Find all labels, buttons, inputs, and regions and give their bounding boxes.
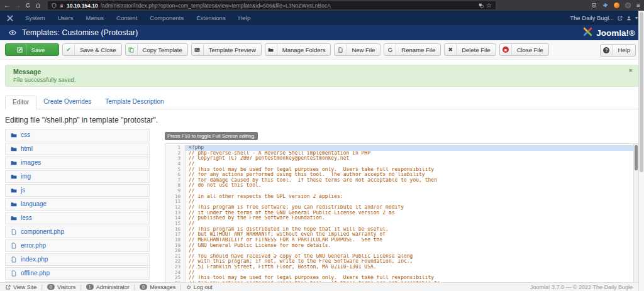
delete-file-button[interactable]: ✖Delete File — [444, 43, 496, 56]
code-line-10[interactable]: 10// In all other respects the GPL versi… — [165, 194, 638, 200]
code-line-14[interactable]: 14// published by the Free Software Foun… — [165, 216, 638, 221]
extensions-icon[interactable] — [602, 3, 608, 8]
code-line-20[interactable]: 20// — [165, 248, 638, 254]
tree-folder-images[interactable]: images — [5, 156, 150, 169]
save-close-button[interactable]: ✔Save & Close — [62, 43, 122, 56]
delete-icon: ✖ — [445, 44, 457, 55]
tree-file-component-php[interactable]: component.php — [5, 226, 150, 238]
code-text: // — [186, 199, 638, 205]
tree-folder-js[interactable]: js — [5, 184, 150, 197]
code-line-12[interactable]: 12// This program is free software; you … — [165, 205, 638, 211]
code-text: // — [186, 221, 638, 227]
back-icon[interactable]: ← — [4, 3, 10, 9]
code-line-7[interactable]: 7// for damage caused by this tool. If t… — [165, 178, 638, 184]
tree-folder-less[interactable]: less — [5, 212, 150, 224]
line-number: 4 — [165, 162, 186, 167]
page-scrollbar[interactable] — [638, 11, 644, 291]
insecure-lock-icon[interactable] — [59, 3, 64, 8]
code-line-18[interactable]: 18// MERCHANTABILITY or FITNESS FOR A PA… — [165, 238, 638, 243]
profile-icon[interactable] — [625, 3, 631, 8]
editor-scrollbar-thumb[interactable] — [635, 145, 638, 170]
code-line-23[interactable]: 23// 51 Franklin Street, Fifth Floor, Bo… — [165, 265, 638, 270]
tree-item-label: offline.php — [21, 270, 50, 277]
tab-create-overrides[interactable]: Create Overrides — [36, 96, 98, 109]
url-bar[interactable]: 10.10.154.10/administrator/index.php?opt… — [48, 1, 496, 9]
tree-folder-language[interactable]: language — [5, 198, 150, 211]
tree-item-label: img — [21, 173, 31, 180]
statusbar-log-out[interactable]: Log out — [186, 284, 213, 290]
menubar-item-menus[interactable]: Menus — [80, 14, 111, 21]
code-text: // it under the terms of the GNU General… — [186, 211, 638, 216]
statusbar-administrator[interactable]: 1Administrator — [86, 284, 130, 290]
statusbar-view-site[interactable]: View Site — [6, 284, 36, 290]
code-line-22[interactable]: 22// with this program; if not, write to… — [165, 259, 638, 265]
code-text: // Copyright (C) 2007 pentestmonkey@pent… — [186, 156, 638, 162]
site-name-link[interactable]: The Daily Bugl... — [570, 14, 614, 21]
pocket-icon[interactable] — [591, 3, 597, 8]
save-label: Save — [26, 47, 50, 53]
tree-item-label: css — [21, 131, 30, 139]
copy-template-button[interactable]: Copy Template — [125, 43, 188, 56]
code-line-21[interactable]: 21// You should have received a copy of … — [165, 254, 638, 260]
forward-icon[interactable]: → — [14, 3, 21, 9]
menubar-item-components[interactable]: Components — [143, 14, 190, 21]
editor-scrollbar[interactable] — [633, 144, 638, 291]
message-body: File successfully saved. — [13, 76, 631, 83]
help-button[interactable]: ?Help — [600, 44, 636, 57]
code-line-5[interactable]: 5// This tool may be used for legal purp… — [165, 167, 638, 173]
close-file-button[interactable]: ✖Close File — [499, 43, 549, 56]
tree-file-offline-php[interactable]: offline.php — [5, 267, 150, 280]
menubar-item-extensions[interactable]: Extensions — [190, 14, 231, 21]
code-line-3[interactable]: 3// Copyright (C) 2007 pentestmonkey@pen… — [165, 156, 638, 162]
tab-template-description[interactable]: Template Description — [98, 96, 170, 109]
menubar-item-content[interactable]: Content — [110, 14, 143, 21]
code-line-16[interactable]: 16// This program is distributed in the … — [165, 227, 638, 233]
tree-folder-css[interactable]: css — [5, 129, 150, 141]
code-line-6[interactable]: 6// for any actions performed using this… — [165, 172, 638, 178]
manage-folders-button[interactable]: Manage Folders — [265, 43, 331, 56]
code-line-15[interactable]: 15// — [165, 221, 638, 227]
rename-file-button[interactable]: Rename File — [384, 43, 441, 56]
statusbar-messages[interactable]: 0Messages — [140, 284, 175, 290]
save-button[interactable]: Save — [5, 43, 59, 56]
code-line-4[interactable]: 4// — [165, 162, 638, 167]
chevron-down-icon[interactable]: ▾ — [635, 15, 638, 21]
code-line-2[interactable]: 2// php-reverse-shell - A Reverse Shell … — [165, 151, 638, 156]
tab-editor[interactable]: Editor — [5, 96, 36, 109]
line-number: 3 — [165, 156, 186, 162]
translate-icon[interactable] — [479, 3, 484, 8]
statusbar-visitors[interactable]: 0Visitors — [47, 284, 76, 290]
code-line-25[interactable]: 25// This tool may be used for legal pur… — [165, 275, 638, 281]
page-scrollbar-thumb[interactable] — [640, 12, 643, 172]
bookmark-star-icon[interactable]: ☆ — [486, 3, 492, 9]
tree-file-error-php[interactable]: error.php — [5, 239, 150, 252]
menu-icon[interactable]: ≡ — [636, 3, 640, 9]
code-line-13[interactable]: 13// it under the terms of the GNU Gener… — [165, 211, 638, 216]
statusbar-label: View Site — [13, 284, 36, 290]
code-line-17[interactable]: 17// but WITHOUT ANY WARRANTY; without e… — [165, 232, 638, 238]
menubar-item-users[interactable]: Users — [52, 14, 80, 21]
code-editor[interactable]: 1<?php2// php-reverse-shell - A Reverse … — [165, 143, 639, 291]
code-line-19[interactable]: 19// GNU General Public License for more… — [165, 243, 638, 249]
code-line-9[interactable]: 9// — [165, 189, 638, 194]
code-line-8[interactable]: 8// do not use this tool. — [165, 183, 638, 189]
template-preview-button[interactable]: Template Preview — [191, 43, 262, 56]
home-icon[interactable] — [35, 3, 41, 8]
tree-folder-html[interactable]: html — [5, 143, 150, 155]
reload-icon[interactable] — [25, 3, 31, 8]
code-line-1[interactable]: 1<?php — [165, 145, 638, 151]
code-line-11[interactable]: 11// — [165, 199, 638, 205]
menubar-item-system[interactable]: System — [19, 14, 52, 21]
message-heading: Message — [13, 68, 631, 75]
external-link-icon — [618, 16, 623, 21]
code-line-24[interactable]: 24// — [165, 270, 638, 276]
tree-folder-img[interactable]: img — [5, 170, 150, 183]
menubar-item-help[interactable]: Help — [232, 14, 257, 21]
user-icon[interactable] — [626, 16, 631, 21]
new-file-button[interactable]: New File — [334, 43, 380, 56]
account-icon[interactable] — [614, 3, 619, 8]
statusbar-separator: | — [180, 284, 181, 290]
tree-file-index-php[interactable]: index.php — [5, 253, 150, 266]
close-icon[interactable]: ✖ — [628, 68, 633, 74]
shield-icon[interactable] — [52, 3, 57, 8]
